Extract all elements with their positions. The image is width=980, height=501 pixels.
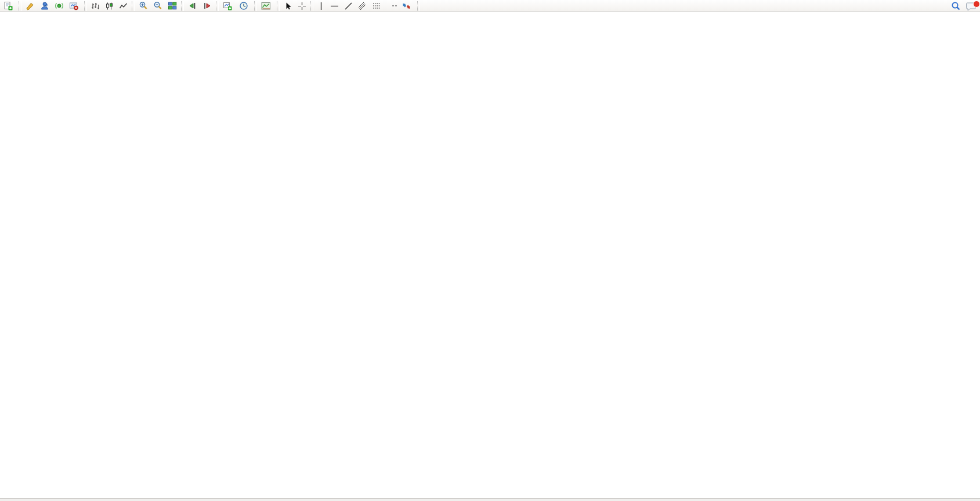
vertical-line-tool-button[interactable] <box>315 1 327 12</box>
autotrading-button[interactable] <box>67 1 82 12</box>
signals-broadcast-icon <box>55 1 64 10</box>
auto-scroll-icon <box>188 1 197 10</box>
toolbar-separator <box>132 1 135 11</box>
fibonacci-tool-button[interactable] <box>370 1 384 12</box>
channel-tool-button[interactable] <box>356 1 370 12</box>
chart-window <box>0 0 980 501</box>
cursor-arrow-icon <box>284 2 292 10</box>
search-icon <box>951 1 961 11</box>
zoom-out-icon <box>153 1 162 10</box>
new-chart-icon <box>223 1 232 10</box>
new-order-icon <box>3 1 13 10</box>
equidistant-channel-icon <box>358 2 368 10</box>
templates-button[interactable] <box>259 1 275 12</box>
bar-chart-icon <box>91 2 100 10</box>
text-label-letter <box>392 5 397 6</box>
toolbar-separator <box>310 1 313 11</box>
chart-shift-icon <box>202 1 212 10</box>
chart-canvas[interactable] <box>0 0 980 501</box>
mt4-terminal-window <box>0 0 980 501</box>
zoom-in-icon <box>139 1 148 10</box>
toolbar-separator <box>277 1 280 11</box>
signals-button[interactable] <box>52 1 66 12</box>
zoom-in-button[interactable] <box>136 1 150 12</box>
crosshair-icon <box>298 2 306 10</box>
status-bar <box>0 498 980 501</box>
main-toolbar <box>0 0 980 12</box>
candlestick-chart-icon <box>105 2 114 10</box>
crayon-button[interactable] <box>23 1 37 12</box>
tile-windows-icon <box>168 1 177 10</box>
chat-notification-badge <box>973 1 980 8</box>
toolbar-separator <box>254 1 257 11</box>
search-button[interactable] <box>949 1 963 12</box>
new-chart-button[interactable] <box>220 1 236 12</box>
candlestick-mode-button[interactable] <box>103 1 116 12</box>
chart-shift-button[interactable] <box>200 1 214 12</box>
horizontal-line-tool-button[interactable] <box>328 1 341 12</box>
arrow-objects-icon <box>402 2 411 10</box>
new-order-button[interactable] <box>1 1 17 12</box>
line-chart-mode-button[interactable] <box>117 1 130 12</box>
chat-button[interactable] <box>964 1 979 12</box>
fibonacci-icon <box>373 2 382 10</box>
crayon-icon <box>26 1 35 10</box>
tile-windows-button[interactable] <box>165 1 179 12</box>
cursor-tool-button[interactable] <box>281 1 295 12</box>
arrows-tool-button[interactable] <box>400 1 415 12</box>
expert-advisors-button[interactable] <box>38 1 52 12</box>
toolbar-separator <box>417 1 420 11</box>
periods-button[interactable] <box>237 1 252 12</box>
autotrading-icon <box>69 1 78 10</box>
crosshair-tool-button[interactable] <box>295 1 309 12</box>
horizontal-line-icon <box>330 2 339 10</box>
text-label-tool-button[interactable] <box>390 1 399 12</box>
toolbar-separator <box>19 1 21 11</box>
expert-advisor-person-icon <box>40 1 49 10</box>
template-chart-icon <box>261 2 271 10</box>
trendline-icon <box>344 2 353 10</box>
text-tool-button[interactable] <box>385 1 389 12</box>
trendline-tool-button[interactable] <box>342 1 355 12</box>
vertical-line-icon <box>317 2 325 10</box>
bar-chart-mode-button[interactable] <box>89 1 102 12</box>
auto-scroll-button[interactable] <box>186 1 200 12</box>
toolbar-separator <box>216 1 219 11</box>
line-chart-icon <box>119 2 128 10</box>
clock-icon <box>239 1 248 10</box>
toolbar-separator <box>181 1 184 11</box>
toolbar-separator <box>84 1 87 11</box>
zoom-out-button[interactable] <box>151 1 165 12</box>
